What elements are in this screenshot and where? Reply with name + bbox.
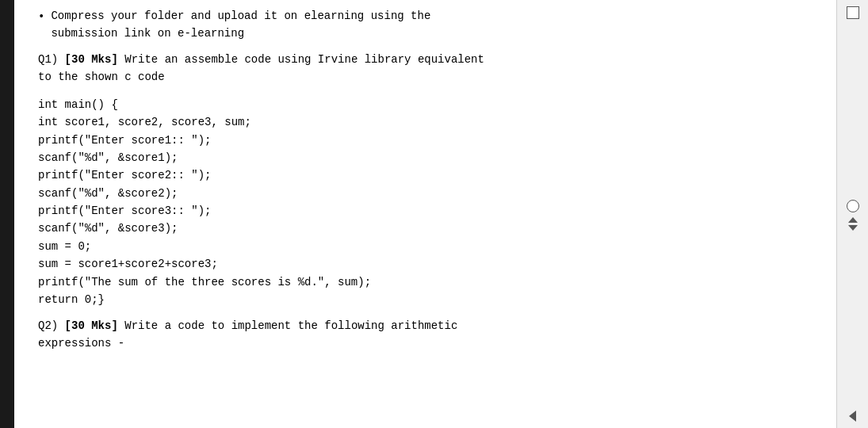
code-line-6: printf("Enter score3:: "); — [38, 202, 813, 220]
q2-line2: expressions - — [38, 335, 813, 353]
checkbox-icon[interactable] — [847, 6, 859, 19]
code-line-10: printf("The sum of the three scores is %… — [38, 273, 813, 291]
q1-section: Q1) [30 Mks] Write an assemble code usin… — [38, 52, 813, 86]
q1-text: Write an assemble code using Irvine libr… — [118, 53, 484, 66]
q2-section: Q2) [30 Mks] Write a code to implement t… — [38, 318, 813, 352]
q2-bold: [30 Mks] — [65, 319, 118, 332]
scroll-arrows — [848, 217, 858, 231]
main-content: • Compress your folder and upload it on … — [14, 0, 836, 428]
q1-prefix: Q1) — [38, 53, 65, 66]
code-line-2: printf("Enter score1:: "); — [38, 132, 813, 149]
code-line-7: scanf("%d", &score3); — [38, 220, 813, 237]
bullet-line2: submission link on e-learning — [51, 25, 430, 43]
right-sidebar — [836, 0, 868, 428]
q1-header: Q1) [30 Mks] Write an assemble code usin… — [38, 52, 813, 69]
q1-line2: to the shown c code — [38, 69, 813, 86]
q2-header: Q2) [30 Mks] Write a code to implement t… — [38, 318, 813, 335]
bullet-line1: Compress your folder and upload it on el… — [51, 8, 430, 25]
scroll-up-icon[interactable] — [848, 217, 858, 223]
scroll-down-icon[interactable] — [848, 225, 858, 231]
left-sidebar — [0, 0, 14, 428]
right-bar-middle — [847, 200, 859, 231]
bullet-item: • Compress your folder and upload it on … — [38, 8, 813, 42]
code-line-5: scanf("%d", &score2); — [38, 185, 813, 202]
back-icon[interactable] — [849, 411, 856, 422]
right-bar-bottom — [849, 411, 856, 422]
right-bar-top — [847, 6, 859, 19]
q1-bold: [30 Mks] — [65, 53, 118, 66]
circle-icon[interactable] — [847, 200, 859, 212]
q2-prefix: Q2) — [38, 319, 65, 332]
code-line-4: printf("Enter score2:: "); — [38, 166, 813, 184]
code-block: int main() { int score1, score2, score3,… — [38, 96, 813, 309]
q2-text: Write a code to implement the following … — [118, 319, 457, 332]
code-line-1: int score1, score2, score3, sum; — [38, 113, 813, 131]
code-line-8: sum = 0; — [38, 238, 813, 255]
code-line-3: scanf("%d", &score1); — [38, 149, 813, 166]
code-line-9: sum = score1+score2+score3; — [38, 255, 813, 273]
bullet-text: Compress your folder and upload it on el… — [51, 8, 430, 42]
code-line-0: int main() { — [38, 96, 813, 113]
code-line-11: return 0;} — [38, 291, 813, 308]
bullet-symbol: • — [38, 9, 44, 26]
bullet-section: • Compress your folder and upload it on … — [38, 8, 813, 42]
